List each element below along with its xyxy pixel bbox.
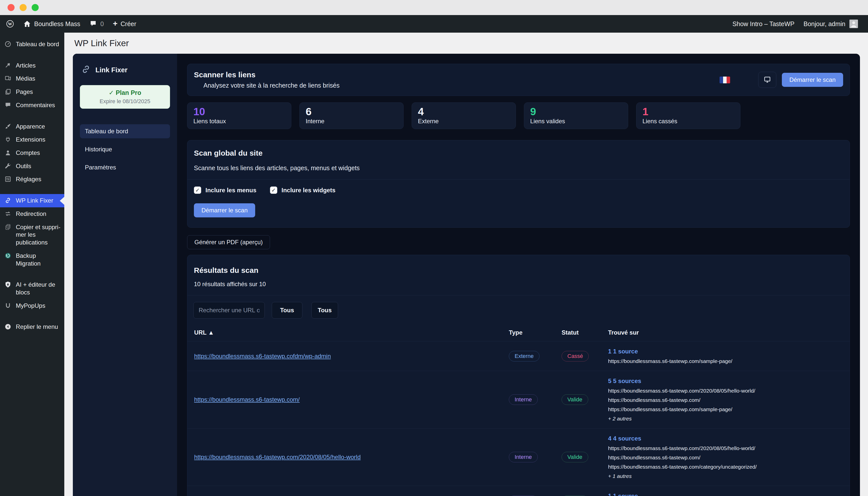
generate-pdf-button[interactable]: Générer un PDF (aperçu) — [187, 235, 270, 249]
french-flag-icon[interactable] — [719, 77, 730, 83]
admin-content: WP Link Fixer Link Fixer — [64, 33, 868, 496]
plan-title: ✓ Plan Pro — [82, 89, 167, 96]
minimize-window-button[interactable] — [19, 4, 27, 11]
sidebar-item-copier-et-suppri-mer-les-publications[interactable]: Copier et suppri-mer les publications — [0, 221, 64, 249]
sidebar-item-reglages[interactable]: Réglages — [0, 173, 64, 186]
site-name-link[interactable]: Boundless Mass — [19, 15, 85, 33]
global-scan-title: Scan global du site — [187, 149, 850, 157]
sidebar-item-articles[interactable]: Articles — [0, 59, 64, 72]
start-scan-button-header[interactable]: Démarrer le scan — [782, 73, 843, 87]
sidebar-item-extensions[interactable]: Extensions — [0, 133, 64, 146]
table-header: URL ▲ Type Statut Trouvé sur — [187, 325, 850, 341]
results-card: Résultats du scan 10 résultats affichés … — [187, 255, 850, 496]
start-scan-button-global[interactable]: Démarrer le scan — [194, 203, 255, 217]
status-filter-select[interactable]: Tous — [311, 302, 338, 319]
sidebar-item-label: MyPopUps — [16, 302, 45, 310]
column-url[interactable]: URL ▲ — [194, 329, 509, 336]
maximize-window-button[interactable] — [32, 4, 39, 11]
plugin-brand: Link Fixer — [80, 64, 170, 76]
stat-card-liens-valides: 9Liens valides — [524, 103, 628, 129]
sidebar-item-label: Redirection — [16, 210, 46, 218]
home-icon — [23, 20, 31, 28]
status-badge: Valide — [562, 452, 588, 462]
type-filter-select[interactable]: Tous — [272, 302, 302, 319]
source-url: https://boundlessmass.s6-tastewp.com/cat… — [608, 464, 843, 470]
type-badge: Interne — [509, 394, 538, 405]
sidebar-item-wp-link-fixer[interactable]: WP Link Fixer — [0, 194, 64, 207]
sidebar-item-label: Apparence — [16, 123, 45, 130]
plugin-menu-item-parametres[interactable]: Paramètres — [80, 160, 170, 174]
table-body: https://boundlessmass.s6-tastewp.cofdm/w… — [187, 341, 850, 496]
sidebar-item-commentaires[interactable]: Commentaires — [0, 99, 64, 112]
site-name-label: Boundless Mass — [34, 20, 80, 28]
sidebar-item-outils[interactable]: Outils — [0, 160, 64, 173]
stat-value: 1 — [642, 106, 734, 117]
stat-value: 4 — [418, 106, 509, 117]
sidebar-item-medias[interactable]: Médias — [0, 72, 64, 86]
display-mode-button[interactable] — [758, 72, 776, 88]
include-widgets-label: Inclure les widgets — [281, 187, 336, 194]
source-url: https://boundlessmass.s6-tastewp.com/202… — [608, 388, 843, 394]
sources-count-link[interactable]: 5 5 sources — [608, 377, 843, 385]
redirect-icon — [3, 210, 12, 217]
close-window-button[interactable] — [7, 4, 15, 11]
sidebar-item-label: Réglages — [16, 175, 41, 183]
sidebar-item-apparence[interactable]: Apparence — [0, 120, 64, 133]
sidebar-item-backup-migration[interactable]: Backup Migration — [0, 249, 64, 270]
comments-count: 0 — [100, 20, 104, 28]
settings-icon — [3, 176, 12, 183]
show-intro-link[interactable]: Show Intro – TasteWP — [728, 15, 799, 33]
wp-admin-bar: W Boundless Mass 0 Créer — [0, 15, 868, 33]
sidebar-item-redirection[interactable]: Redirection — [0, 207, 64, 221]
url-link[interactable]: https://boundlessmass.s6-tastewp.com/ — [194, 396, 307, 403]
sources-count-link[interactable]: 1 1 source — [608, 348, 843, 355]
sidebar-item-label: Replier le menu — [16, 323, 58, 331]
appearance-icon — [3, 123, 12, 130]
include-menus-option: Inclure les menus — [194, 186, 256, 194]
stat-label: Interne — [306, 118, 397, 125]
column-status: Statut — [562, 329, 608, 336]
include-menus-checkbox[interactable] — [194, 186, 201, 194]
browser-window: W Boundless Mass 0 Créer — [0, 0, 868, 496]
stat-value: 10 — [193, 106, 285, 117]
sidebar-item-mypopups[interactable]: MyPopUps — [0, 299, 64, 312]
plugin-menu-item-tableau-de-bord[interactable]: Tableau de bord — [80, 124, 170, 138]
sidebar-item-comptes[interactable]: Comptes — [0, 146, 64, 160]
sidebar-item-label: AI + éditeur de blocs — [16, 281, 62, 296]
account-menu-button[interactable]: Bonjour, admin — [799, 15, 863, 33]
scanner-subtitle: Analysez votre site à la recherche de li… — [194, 82, 719, 89]
results-title: Résultats du scan — [187, 263, 850, 275]
more-sources-label: + 2 autres — [608, 416, 843, 422]
sources-count-link[interactable]: 1 1 source — [608, 493, 843, 496]
sidebar-item-tableau-de-bord[interactable]: Tableau de bord — [0, 38, 64, 51]
plugin-menu: Tableau de bordHistoriqueParamètres — [80, 124, 170, 174]
url-link[interactable]: https://boundlessmass.s6-tastewp.com/202… — [194, 453, 368, 460]
macos-titlebar — [0, 0, 868, 15]
plugin-menu-item-historique[interactable]: Historique — [80, 142, 170, 156]
url-link[interactable]: https://boundlessmass.s6-tastewp.cofdm/w… — [194, 353, 338, 359]
sidebar-item-replier-le-menu[interactable]: Replier le menu — [0, 320, 64, 334]
sidebar-item-label: Pages — [16, 88, 33, 96]
stat-card-liens-totaux: 10Liens totaux — [187, 103, 291, 129]
comments-button[interactable]: 0 — [85, 15, 108, 33]
results-controls: Tous Tous — [187, 295, 850, 325]
sources-count-link[interactable]: 4 4 sources — [608, 435, 843, 442]
pin-icon — [3, 62, 12, 69]
sources-cell: 1 1 sourcehttps://boundlessmass.s6-taste… — [608, 493, 843, 496]
search-input[interactable] — [193, 302, 265, 319]
wordpress-menu-button[interactable]: W — [1, 15, 19, 33]
new-content-button[interactable]: Créer — [108, 15, 141, 33]
source-url: https://boundlessmass.s6-tastewp.com/202… — [608, 445, 843, 451]
mypopups-icon — [3, 302, 12, 309]
include-widgets-option: Inclure les widgets — [270, 186, 336, 194]
sidebar-item-ai-editeur-de-blocs[interactable]: AI + éditeur de blocs — [0, 278, 64, 299]
sidebar-item-label: Outils — [16, 162, 31, 170]
plugin-main: Scanner les liens Analysez votre site à … — [177, 54, 860, 496]
stat-label: Liens valides — [530, 118, 622, 125]
include-widgets-checkbox[interactable] — [270, 186, 277, 194]
sidebar-item-pages[interactable]: Pages — [0, 86, 64, 99]
scanner-header-card: Scanner les liens Analysez votre site à … — [187, 64, 850, 96]
plugin-sidebar: Link Fixer ✓ Plan Pro Expire le 08/10/20… — [73, 54, 177, 496]
sidebar-item-label: Commentaires — [16, 102, 55, 109]
sources-cell: 4 4 sourceshttps://boundlessmass.s6-tast… — [608, 435, 843, 479]
